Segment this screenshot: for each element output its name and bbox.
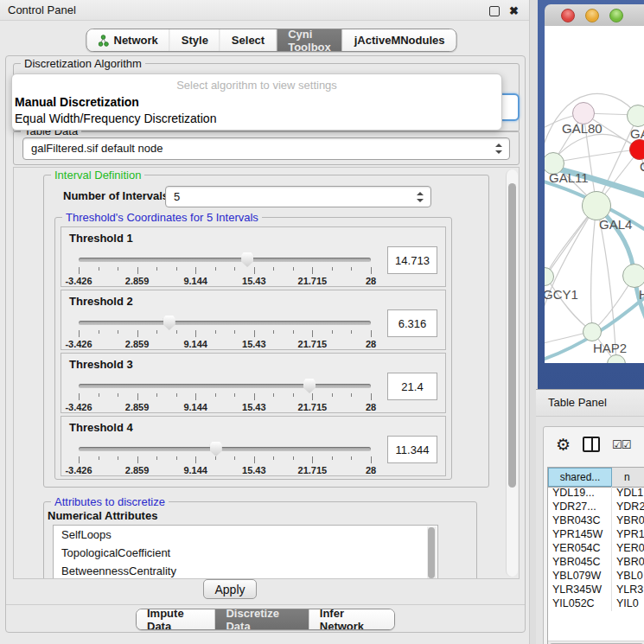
- network-canvas[interactable]: GAL80GACGAL11GAL4GCY1HHAP2: [545, 26, 644, 363]
- threshold-slider[interactable]: -3.4262.8599.14415.4321.71528: [79, 253, 371, 284]
- tick-mark: [215, 330, 216, 334]
- pane-scrollbar[interactable]: [506, 169, 518, 577]
- table-cell[interactable]: YIL0: [612, 597, 644, 611]
- table-data-combobox[interactable]: galFiltered.sif default node: [22, 137, 510, 160]
- table-row[interactable]: YIL052CYIL0: [548, 597, 644, 611]
- table-row[interactable]: YDR27...YDR2: [548, 501, 644, 514]
- slider-track[interactable]: [79, 321, 371, 325]
- tab-cyni-toolbox[interactable]: Cyni Toolbox: [277, 29, 343, 51]
- float-window-icon[interactable]: [489, 6, 500, 16]
- apply-button[interactable]: Apply: [203, 579, 257, 599]
- slider-track[interactable]: [79, 447, 371, 451]
- threshold-value-field[interactable]: 6.316: [387, 309, 437, 337]
- threshold-slider[interactable]: -3.4262.8599.14415.4321.71528: [79, 379, 371, 411]
- gear-icon[interactable]: ⚙: [556, 437, 571, 453]
- top-tab-bar: Network Style Select Cyni Toolbox jActiv…: [86, 29, 456, 52]
- table-row[interactable]: YDL19...YDL1: [548, 487, 644, 501]
- minimize-traffic-light[interactable]: [585, 9, 599, 22]
- table-cell[interactable]: YDL19...: [548, 487, 612, 501]
- slider-track[interactable]: [79, 258, 371, 262]
- table-cell[interactable]: YIL052C: [548, 597, 612, 611]
- slider-track[interactable]: [79, 384, 371, 388]
- table-cell[interactable]: YER0: [612, 542, 644, 556]
- spinner-arrows-icon[interactable]: [417, 192, 424, 202]
- scrollbar-thumb[interactable]: [428, 527, 435, 578]
- table-row[interactable]: YPR145WYPR1: [548, 528, 644, 542]
- threshold-value-field[interactable]: 14.713: [387, 246, 437, 274]
- table-cell[interactable]: YLR3: [612, 583, 644, 597]
- table-cell[interactable]: YBL0: [612, 570, 644, 583]
- tick-label: 21.715: [298, 276, 328, 286]
- table-cell[interactable]: YBR045C: [548, 556, 612, 570]
- tab-select[interactable]: Select: [220, 29, 277, 51]
- table-cell[interactable]: YDL1: [612, 487, 644, 501]
- column-header-shared-name[interactable]: shared...: [548, 468, 612, 487]
- slider-thumb[interactable]: [303, 379, 316, 393]
- network-edge[interactable]: [545, 276, 592, 331]
- scrollbar-thumb[interactable]: [508, 183, 516, 488]
- slider-ticks: [79, 267, 371, 275]
- number-of-intervals-combobox[interactable]: 5: [165, 186, 431, 207]
- list-item[interactable]: TopologicalCoefficient: [54, 544, 437, 562]
- close-traffic-light[interactable]: [561, 9, 575, 22]
- tick-mark: [351, 393, 352, 397]
- table-cell[interactable]: YBL079W: [548, 570, 612, 583]
- network-edge[interactable]: [591, 205, 596, 331]
- tick-mark: [215, 456, 216, 460]
- table-cell[interactable]: YPR1: [612, 528, 644, 542]
- dropdown-option[interactable]: Manual Discretization: [15, 95, 139, 109]
- network-node-hap2[interactable]: [583, 322, 602, 341]
- table-row[interactable]: YBR045CYBR0: [548, 556, 644, 570]
- table-cell[interactable]: YBR043C: [548, 514, 612, 528]
- columns-icon[interactable]: [583, 437, 600, 452]
- threshold-slider[interactable]: -3.4262.8599.14415.4321.71528: [79, 443, 371, 474]
- node-table: shared... n YDL19...YDL1YDR27...YDR2YBR0…: [547, 467, 644, 644]
- threshold-value-field[interactable]: 21.4: [387, 373, 437, 400]
- table-row[interactable]: YBR043CYBR0: [548, 514, 644, 528]
- table-cell[interactable]: YER054C: [548, 542, 612, 556]
- column-header-name[interactable]: n: [612, 468, 644, 487]
- table-cell[interactable]: YDR27...: [548, 501, 612, 514]
- close-icon[interactable]: ✖: [509, 4, 519, 17]
- network-window: GAL80GACGAL11GAL4GCY1HHAP2: [538, 0, 644, 389]
- tick-mark: [312, 393, 313, 400]
- network-edge[interactable]: [553, 150, 640, 163]
- threshold-slider[interactable]: -3.4262.8599.14415.4321.71528: [79, 316, 371, 348]
- zoom-traffic-light[interactable]: [609, 9, 623, 22]
- table-row[interactable]: YLR345WYLR3: [548, 583, 644, 597]
- table-cell[interactable]: YLR345W: [548, 583, 612, 597]
- tab-infer-network[interactable]: Infer Network: [309, 609, 394, 629]
- threshold-value-field[interactable]: 11.344: [387, 436, 437, 463]
- table-cell[interactable]: YPR145W: [548, 528, 612, 542]
- tab-network[interactable]: Network: [86, 29, 169, 51]
- tab-jactivemnodules[interactable]: jActiveMNodules: [343, 29, 456, 51]
- network-node-selected-red[interactable]: [629, 139, 644, 160]
- table-cell[interactable]: YBR0: [612, 556, 644, 570]
- network-edge[interactable]: [545, 205, 596, 320]
- spinner-arrows-icon[interactable]: [495, 143, 502, 154]
- tick-mark: [371, 456, 372, 463]
- control-panel-titlebar: Control Panel ✖: [0, 0, 529, 21]
- slider-thumb[interactable]: [241, 252, 253, 267]
- network-node-gal4[interactable]: [582, 191, 611, 220]
- network-icon: [98, 35, 109, 47]
- tab-style[interactable]: Style: [170, 29, 220, 51]
- tick-mark: [293, 330, 294, 334]
- slider-thumb[interactable]: [163, 316, 175, 330]
- slider-thumb[interactable]: [210, 442, 222, 456]
- table-row[interactable]: YBL079WYBL0: [548, 570, 644, 583]
- table-cell[interactable]: YDR2: [612, 501, 644, 514]
- slider-tick-labels: -3.4262.8599.14415.4321.71528: [79, 465, 371, 475]
- horizontal-scrollbar[interactable]: [548, 641, 644, 644]
- table-cell[interactable]: YBR0: [612, 514, 644, 528]
- network-node-top-right[interactable]: [627, 105, 644, 127]
- checkboxes-icon[interactable]: ☑☑: [612, 438, 630, 451]
- list-item[interactable]: BetweennessCentrality: [54, 562, 437, 579]
- tab-impute-data[interactable]: Impute Data: [137, 609, 215, 629]
- dropdown-option[interactable]: Equal Width/Frequency Discretization: [15, 112, 216, 125]
- network-node-right-mid[interactable]: [622, 264, 644, 288]
- table-row[interactable]: YER054CYER0: [548, 542, 644, 556]
- tab-discretize-data[interactable]: Discretize Data: [215, 609, 309, 629]
- list-item[interactable]: SelfLoops: [54, 526, 437, 544]
- list-scrollbar[interactable]: [427, 526, 437, 579]
